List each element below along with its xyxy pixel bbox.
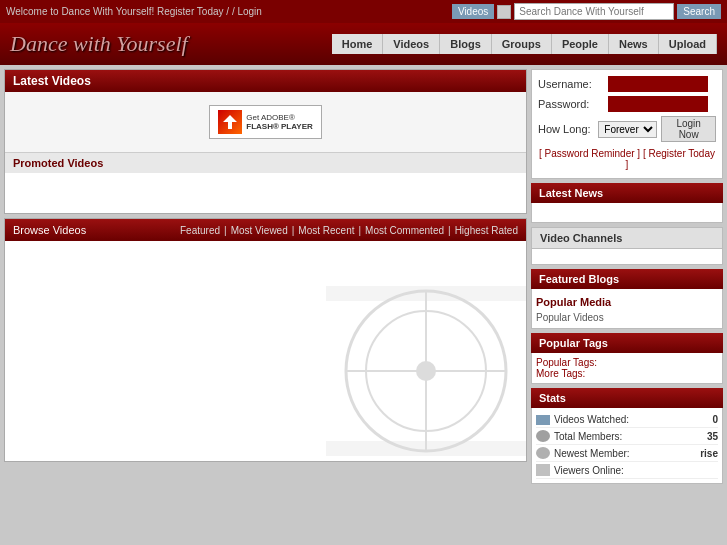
browse-most-commented[interactable]: Most Commented [365, 225, 444, 236]
site-logo[interactable]: Dance with Yourself [10, 31, 188, 57]
videos-button[interactable]: Videos [452, 4, 494, 19]
svg-rect-7 [326, 441, 526, 456]
viewers-online-label: Viewers Online: [554, 465, 718, 476]
video-channels-section: Video Channels [531, 227, 723, 265]
username-row: Username: [538, 76, 716, 92]
film-background-decoration [326, 281, 526, 461]
password-reminder-link[interactable]: [ Password Reminder ] [539, 148, 640, 159]
video-channels-body [531, 249, 723, 265]
more-tags-link[interactable]: More Tags: [536, 368, 718, 379]
nav-upload[interactable]: Upload [659, 34, 717, 54]
stat-total-members: Total Members: 35 [536, 428, 718, 445]
videos-watched-label: Videos Watched: [554, 414, 712, 425]
stat-viewers-online: Viewers Online: [536, 462, 718, 479]
search-input[interactable] [514, 3, 674, 20]
video-channels-header: Video Channels [531, 227, 723, 249]
main-content: Latest Videos Get ADOBE® FLASH® PLAYER P… [0, 65, 727, 488]
login-link[interactable]: / Login [232, 6, 262, 17]
stats-section: Stats Videos Watched: 0 Total Members: 3… [531, 388, 723, 484]
viewer-icon [536, 464, 550, 476]
password-label: Password: [538, 98, 608, 110]
browse-highest-rated[interactable]: Highest Rated [455, 225, 518, 236]
browse-header: Browse Videos Featured| Most Viewed| Mos… [5, 219, 526, 241]
popular-tags-link[interactable]: Popular Tags: [536, 357, 718, 368]
featured-blogs-header: Featured Blogs [531, 269, 723, 289]
svg-marker-0 [223, 115, 237, 129]
popular-tags-body: Popular Tags: More Tags: [531, 353, 723, 384]
latest-videos-header: Latest Videos [5, 70, 526, 92]
search-bar: Videos ▣ Search [452, 3, 721, 20]
howlong-label: How Long: [538, 123, 598, 135]
nav-home[interactable]: Home [332, 34, 384, 54]
logo-bar: Dance with Yourself Home Videos Blogs Gr… [0, 23, 727, 65]
password-input[interactable] [608, 96, 708, 112]
newest-member-label: Newest Member: [554, 448, 700, 459]
featured-blogs-section: Featured Blogs Popular Media Popular Vid… [531, 269, 723, 329]
main-nav: Home Videos Blogs Groups People News Upl… [332, 34, 717, 54]
browse-links: Featured| Most Viewed| Most Recent| Most… [180, 225, 518, 236]
browse-featured[interactable]: Featured [180, 225, 220, 236]
popular-tags-header: Popular Tags [531, 333, 723, 353]
browse-body [5, 241, 526, 461]
latest-news-header: Latest News [531, 183, 723, 203]
search-button[interactable]: Search [677, 4, 721, 19]
nav-people[interactable]: People [552, 34, 609, 54]
register-today-link[interactable]: Register Today [157, 6, 224, 17]
separator: / [226, 6, 229, 17]
browse-panel: Browse Videos Featured| Most Viewed| Mos… [4, 218, 527, 462]
password-row: Password: [538, 96, 716, 112]
stat-videos-watched: Videos Watched: 0 [536, 412, 718, 428]
nav-videos[interactable]: Videos [383, 34, 440, 54]
latest-videos-panel: Latest Videos Get ADOBE® FLASH® PLAYER P… [4, 69, 527, 214]
featured-blogs-body: Popular Media Popular Videos [531, 289, 723, 329]
total-members-value: 35 [707, 431, 718, 442]
flash-player-text: FLASH® PLAYER [246, 122, 313, 131]
newest-member-icon [536, 447, 550, 459]
left-column: Latest Videos Get ADOBE® FLASH® PLAYER P… [4, 69, 527, 484]
username-input[interactable] [608, 76, 708, 92]
welcome-message: Welcome to Dance With Yourself! Register… [6, 6, 262, 17]
browse-title: Browse Videos [13, 224, 86, 236]
browse-most-recent[interactable]: Most Recent [298, 225, 354, 236]
total-members-label: Total Members: [554, 431, 707, 442]
login-links: [ Password Reminder ] [ Register Today ] [538, 146, 716, 172]
howlong-select[interactable]: Forever [598, 121, 657, 138]
video-watched-icon [536, 415, 550, 425]
svg-rect-6 [326, 286, 526, 301]
top-bar: Welcome to Dance With Yourself! Register… [0, 0, 727, 23]
username-label: Username: [538, 78, 608, 90]
stats-body: Videos Watched: 0 Total Members: 35 Newe… [531, 408, 723, 484]
search-divider-icon: ▣ [497, 5, 511, 19]
login-now-button[interactable]: Login Now [661, 116, 716, 142]
right-column: Username: Password: How Long: Forever Lo… [531, 69, 723, 484]
nav-blogs[interactable]: Blogs [440, 34, 492, 54]
login-panel: Username: Password: How Long: Forever Lo… [531, 69, 723, 179]
nav-news[interactable]: News [609, 34, 659, 54]
popular-videos-link[interactable]: Popular Videos [536, 311, 718, 324]
howlong-row: How Long: Forever Login Now [538, 116, 716, 142]
flash-text: Get ADOBE® FLASH® PLAYER [246, 113, 313, 131]
members-icon [536, 430, 550, 442]
flash-badge[interactable]: Get ADOBE® FLASH® PLAYER [209, 105, 322, 139]
promoted-videos-header: Promoted Videos [5, 152, 526, 173]
nav-groups[interactable]: Groups [492, 34, 552, 54]
latest-news-body [531, 203, 723, 223]
promoted-videos-body [5, 173, 526, 213]
popular-tags-section: Popular Tags Popular Tags: More Tags: [531, 333, 723, 384]
videos-watched-value: 0 [712, 414, 718, 425]
latest-news-section: Latest News [531, 183, 723, 223]
latest-videos-body: Get ADOBE® FLASH® PLAYER [5, 92, 526, 152]
register-today-link-right[interactable]: [ Register Today ] [626, 148, 715, 170]
welcome-text: Welcome to Dance With Yourself! [6, 6, 154, 17]
flash-get-text: Get ADOBE® [246, 113, 313, 122]
stat-newest-member: Newest Member: rise [536, 445, 718, 462]
flash-icon [218, 110, 242, 134]
stats-header: Stats [531, 388, 723, 408]
browse-most-viewed[interactable]: Most Viewed [231, 225, 288, 236]
newest-member-value: rise [700, 448, 718, 459]
popular-media-header: Popular Media [536, 293, 718, 311]
